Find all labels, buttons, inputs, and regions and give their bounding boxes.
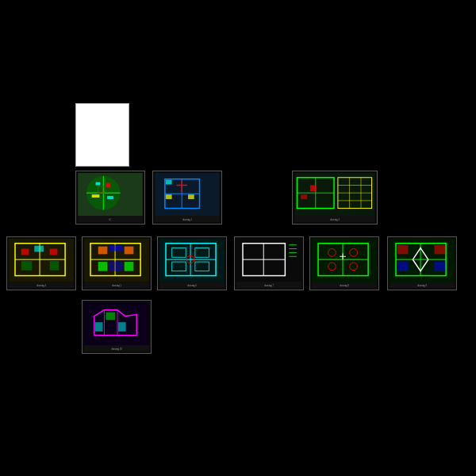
svg-rect-44 bbox=[21, 249, 29, 255]
drawing-sheet-7: drawing 7 bbox=[234, 236, 304, 290]
svg-rect-19 bbox=[166, 194, 172, 199]
svg-rect-57 bbox=[125, 247, 134, 255]
drawing-sheet-8: drawing 8 bbox=[309, 236, 379, 290]
svg-text:drawing 6: drawing 6 bbox=[187, 284, 197, 287]
drawing-sheet-1: iC bbox=[75, 171, 145, 225]
drawing-sheet-2: drawing 2 bbox=[152, 171, 222, 225]
drawing-sheet-3: drawing 3 bbox=[292, 171, 378, 225]
svg-rect-108 bbox=[397, 262, 409, 271]
svg-rect-25 bbox=[295, 173, 375, 216]
svg-rect-6 bbox=[106, 183, 110, 188]
svg-rect-59 bbox=[125, 262, 134, 271]
svg-rect-107 bbox=[435, 245, 446, 255]
svg-text:drawing 10: drawing 10 bbox=[111, 347, 122, 351]
drawing-sheet-5: drawing 5 bbox=[82, 236, 152, 290]
svg-rect-106 bbox=[397, 245, 409, 255]
svg-rect-7 bbox=[92, 194, 100, 198]
svg-rect-117 bbox=[95, 322, 103, 332]
svg-rect-46 bbox=[21, 261, 33, 271]
drawing-sheet-6: drawing 6 bbox=[157, 236, 227, 290]
svg-rect-61 bbox=[109, 262, 122, 271]
svg-rect-118 bbox=[118, 322, 126, 332]
drawing-sheet-10: drawing 10 bbox=[82, 300, 152, 354]
svg-rect-20 bbox=[188, 194, 194, 199]
svg-text:drawing 7: drawing 7 bbox=[264, 284, 274, 287]
svg-rect-21 bbox=[166, 180, 172, 185]
svg-rect-58 bbox=[98, 262, 108, 271]
svg-text:drawing 4: drawing 4 bbox=[36, 284, 46, 287]
svg-rect-9 bbox=[96, 182, 101, 186]
svg-text:drawing 8: drawing 8 bbox=[340, 284, 349, 287]
svg-rect-47 bbox=[50, 261, 60, 271]
svg-text:drawing 5: drawing 5 bbox=[112, 284, 121, 287]
title-block bbox=[75, 103, 129, 167]
svg-rect-56 bbox=[98, 247, 108, 255]
svg-rect-35 bbox=[310, 185, 317, 191]
drawing-sheet-4: drawing 4 bbox=[6, 236, 76, 290]
drawing-sheet-9: drawing 9 bbox=[387, 236, 457, 290]
svg-text:drawing 2: drawing 2 bbox=[182, 218, 192, 221]
svg-rect-109 bbox=[435, 262, 446, 271]
svg-rect-36 bbox=[301, 194, 307, 199]
svg-rect-119 bbox=[106, 313, 115, 321]
svg-text:iC: iC bbox=[109, 218, 112, 221]
svg-text:drawing 3: drawing 3 bbox=[330, 218, 340, 221]
svg-rect-45 bbox=[50, 249, 58, 255]
svg-rect-60 bbox=[109, 245, 122, 251]
svg-rect-8 bbox=[107, 196, 113, 199]
svg-text:drawing 9: drawing 9 bbox=[417, 284, 427, 287]
svg-rect-48 bbox=[34, 246, 44, 252]
